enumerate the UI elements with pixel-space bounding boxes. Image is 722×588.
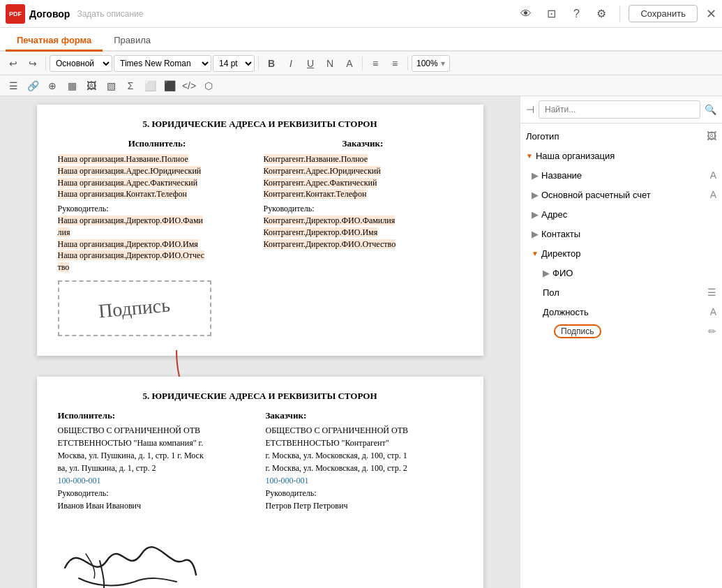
strikethrough-button[interactable]: N	[321, 54, 339, 73]
executor-dir-1[interactable]: Наша организация.Директор.ФИО.Фамилия	[58, 216, 203, 237]
right-panel: ⊣ 🔍 Логотип 🖼 ▼ Наша организация ▶ Назва…	[520, 96, 722, 588]
toolbar-sep4	[407, 56, 408, 70]
director-expand-icon: ▼	[532, 250, 539, 257]
tree-item-logo[interactable]: Логотип 🖼	[520, 126, 722, 146]
font-select[interactable]: Times New Roman	[114, 55, 211, 72]
customer-field-1[interactable]: Контрагент.Название.Полное	[264, 154, 368, 164]
help-icon-btn[interactable]: ?	[566, 4, 586, 24]
preview-icon-btn[interactable]: ⊡	[541, 4, 561, 24]
frame-button[interactable]: ⬜	[141, 77, 159, 95]
customer-dir-2[interactable]: Контрагент.Директор.ФИО.Имя	[264, 227, 378, 237]
tree-item-org[interactable]: ▼ Наша организация	[520, 146, 722, 165]
tab-print-form[interactable]: Печатная форма	[6, 31, 103, 52]
executor-director-lower: Иванов Иван Иванович	[58, 501, 142, 511]
settings-icon-btn[interactable]: ⚙	[592, 4, 611, 24]
tree-item-account[interactable]: ▶ Основной расчетный счет A	[520, 185, 722, 204]
title-bar: PDF Договор Задать описание 👁 ⊡ ? ⚙ Сохр…	[0, 0, 722, 28]
lower-customer-header: Заказчик:	[266, 410, 462, 421]
section-title-upper: 5. ЮРИДИЧЕСКИЕ АДРЕСА И РЕКВИЗИТЫ СТОРОН	[58, 119, 462, 130]
zoom-control[interactable]: 100% ▾	[412, 55, 450, 72]
underline-button[interactable]: U	[301, 54, 319, 73]
align-right-button[interactable]: ≡	[386, 54, 404, 73]
org-expand-icon: ▼	[526, 152, 533, 160]
page-break-button[interactable]: ⬛	[160, 77, 179, 95]
name-type-icon: A	[710, 169, 716, 181]
align-button[interactable]: ≡	[366, 54, 384, 73]
search-input[interactable]	[539, 100, 700, 119]
editor-area[interactable]: 5. ЮРИДИЧЕСКИЕ АДРЕСА И РЕКВИЗИТЫ СТОРОН…	[0, 96, 520, 588]
customer-fields: Контрагент.Название.Полное Контрагент.Ад…	[264, 153, 462, 200]
executor-field-2[interactable]: Наша организация.Адрес.Юридический	[58, 166, 202, 176]
toolbar-sep2	[258, 56, 259, 70]
document-title: Договор	[29, 8, 70, 20]
lower-signature	[58, 526, 255, 588]
description-placeholder[interactable]: Задать описание	[77, 9, 516, 19]
customer-inn-link[interactable]: 100-000-001	[266, 476, 309, 485]
close-button[interactable]: ✕	[706, 6, 716, 22]
gender-type-icon: ☰	[707, 287, 716, 298]
address-expand-icon: ▶	[532, 209, 539, 220]
logo-icon: 🖼	[707, 130, 716, 142]
view-icon-btn[interactable]: 👁	[516, 4, 536, 24]
executor-block: Исполнитель: Наша организация.Название.П…	[58, 138, 257, 336]
italic-button[interactable]: I	[282, 54, 300, 73]
link-button[interactable]: 🔗	[24, 77, 42, 95]
widget-button[interactable]: ⬡	[200, 77, 218, 95]
zoom-chevron[interactable]: ▾	[441, 59, 445, 68]
save-button[interactable]: Сохранить	[629, 5, 698, 22]
formula-button[interactable]: Σ	[121, 77, 140, 95]
toolbar-sep1	[45, 56, 46, 70]
position-type-icon: A	[710, 306, 716, 317]
position-label: Должность	[543, 307, 710, 317]
panel-collapse-btn[interactable]: ⊣	[526, 104, 534, 115]
font-color-button[interactable]: A	[340, 54, 359, 73]
tree-item-fio[interactable]: ▶ ФИО	[520, 263, 722, 282]
executor-field-1[interactable]: Наша организация.Название.Полное	[58, 154, 188, 164]
executor-dir-2[interactable]: Наша организация.Директор.ФИО.Имя	[58, 239, 198, 249]
pdf-icon: PDF	[6, 4, 25, 24]
style-select[interactable]: Основной	[50, 55, 112, 72]
tree-item-address[interactable]: ▶ Адрес	[520, 204, 722, 224]
signature-box-upper[interactable]: Подпись	[58, 280, 211, 336]
tree-item-director[interactable]: ▼ Директор	[520, 243, 722, 263]
signature-image: Подпись	[98, 294, 171, 323]
tab-rules[interactable]: Правила	[103, 31, 162, 52]
tree-item-name[interactable]: ▶ Название A	[520, 165, 722, 185]
customer-field-4[interactable]: Контрагент.Контакт.Телефон	[264, 189, 367, 199]
executor-field-3[interactable]: Наша организация.Адрес.Фактический	[58, 178, 198, 188]
executor-director-fields: Наша организация.Директор.ФИО.Фамилия На…	[58, 215, 257, 273]
table-button[interactable]: ▦	[63, 77, 81, 95]
signature-svg	[58, 526, 197, 588]
signature-edit-icon: ✏	[708, 326, 716, 337]
fio-expand-icon: ▶	[543, 268, 550, 278]
redo-button[interactable]: ↪	[24, 54, 42, 73]
lower-executor-header: Исполнитель:	[58, 410, 255, 421]
executor-head-label: Руководитель:	[58, 203, 257, 215]
bold-button[interactable]: B	[262, 54, 280, 73]
executor-dir-3[interactable]: Наша организация.Директор.ФИО.Отчество	[58, 250, 204, 272]
crop-button[interactable]: ⊕	[43, 77, 61, 95]
tree-item-contacts[interactable]: ▶ Контакты	[520, 224, 722, 243]
customer-field-3[interactable]: Контрагент.Адрес.Фактический	[264, 178, 377, 188]
font-size-select[interactable]: 14 pt	[213, 55, 255, 72]
account-expand-icon: ▶	[532, 190, 539, 200]
undo-button[interactable]: ↩	[4, 54, 22, 73]
list-button[interactable]: ☰	[4, 77, 22, 95]
customer-field-2[interactable]: Контрагент.Адрес.Юридический	[264, 166, 381, 176]
tree-item-position[interactable]: Должность A	[520, 302, 722, 322]
section-title-lower: 5. ЮРИДИЧЕСКИЕ АДРЕСА И РЕКВИЗИТЫ СТОРОН	[58, 391, 462, 402]
executor-field-4[interactable]: Наша организация.Контакт.Телефон	[58, 189, 188, 199]
tree-item-signature[interactable]: Подпись ✏	[520, 322, 722, 341]
search-icon[interactable]: 🔍	[705, 104, 716, 115]
code-button[interactable]: </>	[180, 77, 198, 95]
executor-inn-link[interactable]: 100-000-001	[58, 476, 101, 485]
customer-dir-3[interactable]: Контрагент.Директор.ФИО.Отчество	[264, 239, 396, 249]
tree-item-gender[interactable]: Пол ☰	[520, 282, 722, 302]
executor-header: Исполнитель:	[58, 138, 257, 149]
gender-label: Пол	[543, 287, 707, 298]
account-type-icon: A	[710, 189, 716, 200]
customer-dir-1[interactable]: Контрагент.Директор.ФИО.Фамилия	[264, 216, 396, 225]
image-button[interactable]: 🖼	[82, 77, 100, 95]
contacts-label: Контакты	[541, 229, 716, 239]
barcode-button[interactable]: ▧	[102, 77, 120, 95]
